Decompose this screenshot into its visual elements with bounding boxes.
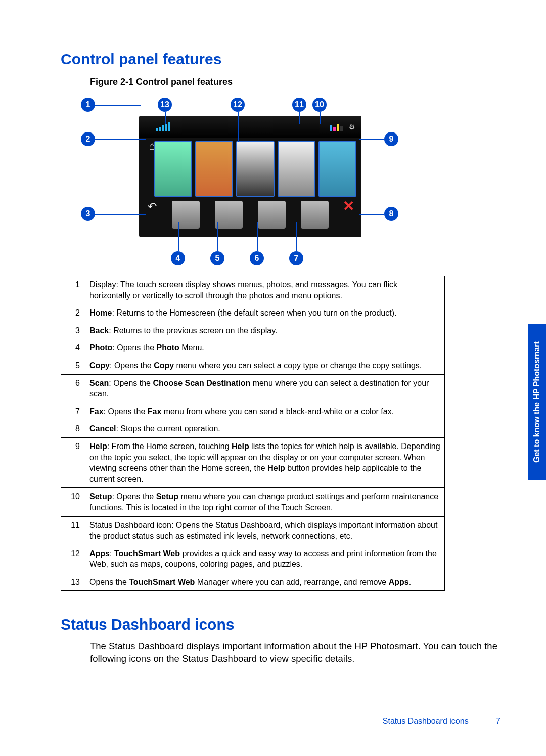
touchscreen-display: ⚙ ⌂ ↶ ? ✕	[139, 116, 361, 237]
bottom-app-row	[164, 198, 336, 231]
features-table: 1Display: The touch screen display shows…	[61, 276, 445, 591]
status-dashboard-intro: The Status Dashboard displays important …	[90, 640, 500, 665]
photo-app-icon	[172, 201, 200, 229]
feature-number: 3	[61, 322, 85, 339]
feature-number: 9	[61, 437, 85, 487]
feature-number: 5	[61, 357, 85, 374]
feature-number: 1	[61, 276, 85, 304]
feature-description: Setup: Opens the Setup menu where you ca…	[85, 488, 445, 516]
figure-caption: Figure 2-1 Control panel features	[90, 77, 500, 87]
feature-description: Home: Returns to the Homescreen (the def…	[85, 304, 445, 322]
table-row: 9Help: From the Home screen, touching He…	[61, 437, 445, 487]
callout-10: 10	[312, 98, 327, 112]
heading-control-panel-features: Control panel features	[61, 51, 500, 68]
table-row: 8Cancel: Stops the current operation.	[61, 420, 445, 438]
fax-app-icon	[301, 201, 329, 229]
feature-number: 7	[61, 403, 85, 420]
copy-app-icon	[215, 201, 243, 229]
table-row: 10Setup: Opens the Setup menu where you …	[61, 488, 445, 516]
callout-2: 2	[81, 132, 95, 146]
cancel-icon: ✕	[343, 198, 354, 214]
callout-12: 12	[231, 98, 245, 112]
feature-description: Back: Returns to the previous screen on …	[85, 322, 445, 339]
feature-number: 10	[61, 488, 85, 516]
feature-description: Scan: Opens the Choose Scan Destination …	[85, 374, 445, 403]
feature-description: Opens the TouchSmart Web Manager where y…	[85, 573, 445, 591]
callout-7: 7	[289, 251, 303, 265]
table-row: 3Back: Returns to the previous screen on…	[61, 322, 445, 339]
callout-9: 9	[384, 132, 398, 146]
heading-status-dashboard-icons: Status Dashboard icons	[61, 616, 500, 633]
callout-6: 6	[250, 251, 264, 265]
table-row: 4Photo: Opens the Photo Menu.	[61, 339, 445, 357]
table-row: 2Home: Returns to the Homescreen (the de…	[61, 304, 445, 322]
footer-page-number: 7	[496, 717, 500, 725]
table-row: 1Display: The touch screen display shows…	[61, 276, 445, 304]
table-row: 12Apps: TouchSmart Web provides a quick …	[61, 545, 445, 573]
footer-section-title: Status Dashboard icons	[383, 717, 469, 725]
feature-description: Copy: Opens the Copy menu where you can …	[85, 357, 445, 374]
feature-number: 11	[61, 516, 85, 545]
table-row: 11Status Dashboard icon: Opens the Statu…	[61, 516, 445, 545]
scan-app-icon	[258, 201, 286, 229]
apps-carousel	[154, 141, 356, 197]
feature-description: Photo: Opens the Photo Menu.	[85, 339, 445, 357]
table-row: 6Scan: Opens the Choose Scan Destination…	[61, 374, 445, 403]
page-footer: Status Dashboard icons 7	[383, 717, 500, 726]
chapter-tab: Get to know the HP Photosmart	[528, 324, 546, 480]
feature-number: 12	[61, 545, 85, 573]
callout-8: 8	[384, 207, 398, 221]
callout-5: 5	[210, 251, 224, 265]
feature-description: Cancel: Stops the current operation.	[85, 420, 445, 438]
feature-description: Fax: Opens the Fax menu from where you c…	[85, 403, 445, 420]
feature-description: Status Dashboard icon: Opens the Status …	[85, 516, 445, 545]
feature-number: 6	[61, 374, 85, 403]
callout-3: 3	[81, 207, 95, 221]
feature-description: Apps: TouchSmart Web provides a quick an…	[85, 545, 445, 573]
table-row: 7Fax: Opens the Fax menu from where you …	[61, 403, 445, 420]
callout-11: 11	[292, 98, 306, 112]
feature-number: 2	[61, 304, 85, 322]
back-icon: ↶	[148, 200, 157, 213]
feature-description: Help: From the Home screen, touching Hel…	[85, 437, 445, 487]
figure-control-panel: ⚙ ⌂ ↶ ? ✕ 1 2 3	[61, 91, 445, 268]
table-row: 13Opens the TouchSmart Web Manager where…	[61, 573, 445, 591]
feature-number: 13	[61, 573, 85, 591]
feature-description: Display: The touch screen display shows …	[85, 276, 445, 304]
callout-1: 1	[81, 98, 95, 112]
callout-13: 13	[158, 98, 172, 112]
feature-number: 4	[61, 339, 85, 357]
table-row: 5Copy: Opens the Copy menu where you can…	[61, 357, 445, 374]
callout-4: 4	[171, 251, 185, 265]
feature-number: 8	[61, 420, 85, 438]
